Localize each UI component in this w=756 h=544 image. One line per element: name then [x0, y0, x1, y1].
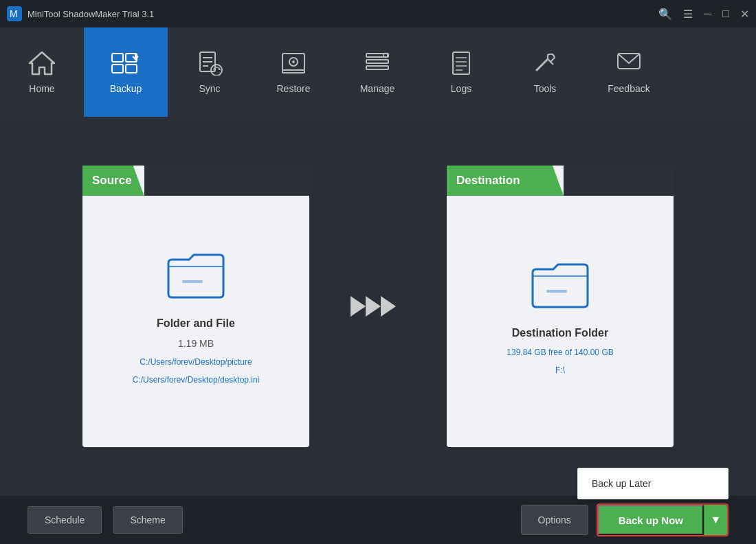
tools-icon — [531, 51, 559, 79]
svg-line-26 — [551, 62, 553, 65]
svg-marker-30 — [366, 296, 381, 317]
destination-header-bg — [564, 166, 674, 196]
dropdown-chevron-icon: ▼ — [711, 514, 722, 526]
svg-rect-32 — [546, 290, 567, 293]
nav-item-home[interactable]: Home — [0, 27, 84, 117]
nav-item-backup[interactable]: Backup — [84, 27, 168, 117]
source-header-bg — [144, 166, 309, 196]
source-title: Folder and File — [157, 317, 235, 330]
nav-item-sync[interactable]: Sync — [168, 27, 252, 117]
svg-line-25 — [537, 59, 548, 70]
destination-folder-icon — [529, 259, 591, 313]
logs-icon — [447, 51, 475, 79]
nav-label-backup: Backup — [110, 83, 142, 94]
nav-label-home: Home — [29, 83, 54, 94]
arrow-indicator — [351, 289, 405, 324]
svg-marker-29 — [351, 296, 366, 317]
schedule-button[interactable]: Schedule — [27, 506, 102, 534]
bottom-bar: Schedule Scheme Options Back up Now ▼ Ba… — [0, 496, 756, 544]
title-bar: M MiniTool ShadowMaker Trial 3.1 🔍 ☰ ─ □… — [0, 0, 756, 27]
backup-dropdown-button[interactable]: ▼ — [704, 505, 727, 535]
svg-rect-3 — [112, 54, 123, 62]
svg-marker-2 — [30, 52, 54, 74]
svg-marker-31 — [381, 296, 396, 317]
minimize-icon[interactable]: ─ — [704, 8, 711, 20]
main-content: Source Folder and File 1.19 MB C:/Users/… — [0, 117, 756, 496]
nav-label-sync: Sync — [199, 83, 220, 94]
options-button[interactable]: Options — [521, 505, 588, 535]
nav-label-feedback: Feedback — [608, 83, 649, 94]
destination-header: Destination — [447, 166, 674, 196]
svg-rect-13 — [282, 70, 304, 73]
backup-icon — [111, 51, 141, 79]
nav-item-restore[interactable]: Restore — [252, 27, 335, 117]
nav-item-tools[interactable]: Tools — [503, 27, 587, 117]
source-size: 1.19 MB — [178, 338, 214, 349]
destination-card[interactable]: Destination Destination Folder 139.84 GB… — [447, 166, 674, 447]
source-path-1: C:/Users/forev/Desktop/picture — [140, 357, 252, 367]
destination-drive: F:\ — [555, 365, 565, 375]
manage-icon — [364, 51, 391, 79]
restore-icon — [280, 51, 307, 79]
source-card[interactable]: Source Folder and File 1.19 MB C:/Users/… — [82, 166, 309, 447]
sync-icon — [196, 51, 223, 79]
source-label: Source — [82, 166, 144, 196]
svg-rect-6 — [126, 65, 137, 73]
nav-bar: Home Backup — [0, 27, 756, 117]
svg-rect-20 — [453, 52, 469, 74]
menu-icon[interactable]: ☰ — [683, 8, 693, 21]
search-icon[interactable]: 🔍 — [658, 8, 672, 21]
window-controls: 🔍 ☰ ─ □ ✕ — [658, 8, 749, 21]
svg-point-15 — [292, 60, 295, 63]
source-body: Folder and File 1.19 MB C:/Users/forev/D… — [133, 249, 260, 385]
feedback-icon — [615, 51, 643, 79]
home-icon — [28, 51, 56, 79]
svg-rect-18 — [366, 66, 388, 69]
close-icon[interactable]: ✕ — [740, 8, 749, 21]
nav-label-restore: Restore — [276, 83, 310, 94]
app-title: MiniTool ShadowMaker Trial 3.1 — [27, 9, 154, 19]
nav-label-tools: Tools — [534, 83, 557, 94]
svg-rect-17 — [366, 60, 388, 63]
backup-later-option[interactable]: Back up Later — [578, 468, 728, 499]
source-path-2: C:/Users/forev/Desktop/desktop.ini — [133, 375, 260, 385]
backup-button-group: Back up Now ▼ — [597, 503, 729, 536]
nav-item-manage[interactable]: Manage — [335, 27, 419, 117]
source-header: Source — [82, 166, 309, 196]
nav-label-manage: Manage — [360, 83, 395, 94]
bottom-right-buttons: Options Back up Now ▼ Back up Later — [521, 503, 729, 536]
maximize-icon[interactable]: □ — [722, 8, 729, 20]
nav-label-logs: Logs — [451, 83, 471, 94]
svg-rect-5 — [112, 65, 123, 73]
destination-label: Destination — [447, 166, 564, 196]
bottom-left-buttons: Schedule Scheme — [27, 506, 183, 534]
backup-now-button[interactable]: Back up Now — [598, 505, 704, 535]
backup-dropdown-menu: Back up Later — [577, 468, 729, 499]
svg-rect-28 — [182, 280, 203, 283]
app-logo: M — [7, 6, 22, 21]
nav-item-logs[interactable]: Logs — [419, 27, 503, 117]
nav-item-feedback[interactable]: Feedback — [587, 27, 671, 117]
destination-title: Destination Folder — [512, 327, 608, 339]
scheme-button[interactable]: Scheme — [113, 506, 182, 534]
svg-rect-16 — [366, 54, 388, 57]
source-folder-icon — [165, 249, 227, 304]
destination-body: Destination Folder 139.84 GB free of 140… — [507, 259, 613, 375]
destination-free: 139.84 GB free of 140.00 GB — [507, 348, 613, 357]
svg-text:M: M — [10, 8, 18, 19]
